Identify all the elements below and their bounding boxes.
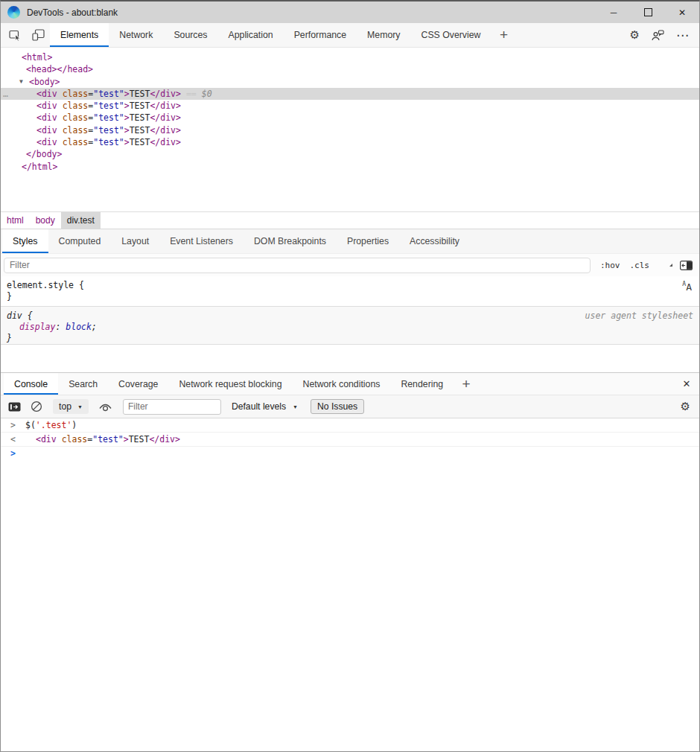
element-style-section[interactable]: element.style { } AA [1, 276, 699, 307]
inspect-element-button[interactable] [4, 23, 27, 47]
styles-tab-dom-breakpoints[interactable]: DOM Breakpoints [244, 229, 337, 253]
tab-application[interactable]: Application [218, 23, 284, 47]
styles-tab-accessibility[interactable]: Accessibility [399, 229, 470, 253]
styles-tab-layout[interactable]: Layout [111, 229, 159, 253]
expand-arrow-icon[interactable]: ▼ [19, 76, 23, 88]
code-token: class [63, 89, 89, 99]
tab-label: Network [119, 30, 153, 40]
breadcrumb-item-html[interactable]: html [1, 212, 30, 229]
breadcrumb-label: div.test [67, 215, 95, 226]
issues-counter-button[interactable]: No Issues [311, 399, 364, 414]
dom-tree-row[interactable]: </html> [1, 161, 699, 173]
drawer-tab-network-conditions[interactable]: Network conditions [293, 373, 391, 395]
computed-sidebar-toggle-button[interactable] [680, 261, 693, 270]
element-style-selector: element.style [7, 280, 74, 290]
dom-tree-row[interactable]: <head></head> [1, 63, 699, 75]
console-prompt-row[interactable]: > [1, 447, 699, 460]
styles-filter-input[interactable] [4, 258, 591, 273]
dom-tree-row[interactable]: ▼<body> [1, 76, 699, 88]
device-toolbar-button[interactable] [27, 23, 50, 47]
code-token: class [62, 434, 88, 444]
log-levels-dropdown[interactable]: Default levels ▼ [232, 401, 298, 412]
dom-tree-row[interactable]: <div class="test">TEST</div> [1, 124, 699, 136]
main-tabs-list: ElementsNetworkSourcesApplicationPerform… [50, 23, 491, 47]
styles-tabs-list: StylesComputedLayoutEvent ListenersDOM B… [2, 229, 470, 253]
user-agent-rule-section[interactable]: div { user agent stylesheet display: blo… [1, 307, 699, 345]
styles-tab-computed[interactable]: Computed [48, 229, 112, 253]
more-options-button[interactable]: ⋯ [676, 28, 690, 43]
css-property-name: display [19, 322, 55, 332]
drawer-tab-network-request-blocking[interactable]: Network request blocking [168, 373, 292, 395]
dom-tree-row[interactable]: <div class="test">TEST</div> [1, 136, 699, 148]
styles-tab-properties[interactable]: Properties [337, 229, 399, 253]
feedback-button[interactable] [652, 30, 664, 41]
dom-tree-row[interactable]: …<div class="test">TEST</div>== $0 [1, 88, 699, 100]
drawer-more-tools-button[interactable]: + [454, 373, 479, 395]
tab-sources[interactable]: Sources [163, 23, 217, 47]
drawer-tab-coverage[interactable]: Coverage [108, 373, 168, 395]
minimize-icon: ─ [611, 7, 617, 18]
drawer-tab-console[interactable]: Console [4, 373, 58, 395]
tabbar-right-icons: ⚙ ⋯ [630, 23, 699, 47]
plus-icon: + [500, 27, 508, 43]
tab-css-overview[interactable]: CSS Overview [411, 23, 491, 47]
tab-network[interactable]: Network [109, 23, 163, 47]
code-token: $( [25, 420, 36, 430]
settings-button[interactable]: ⚙ [630, 28, 640, 42]
colon: : [55, 322, 66, 332]
styles-tab-styles[interactable]: Styles [2, 229, 48, 253]
console-input-row[interactable]: >$('.test') [1, 418, 699, 433]
issues-label: No Issues [317, 401, 357, 412]
tab-performance[interactable]: Performance [284, 23, 357, 47]
ua-rule-header: div { user agent stylesheet [7, 310, 693, 322]
font-editor-button[interactable]: AA [682, 281, 692, 293]
tab-label: CSS Overview [421, 30, 481, 40]
tab-elements[interactable]: Elements [50, 23, 109, 47]
drawer-tab-search[interactable]: Search [58, 373, 108, 395]
plus-icon: + [462, 376, 471, 392]
drawer-tab-rendering[interactable]: Rendering [390, 373, 454, 395]
clear-console-icon [31, 401, 42, 412]
console-sidebar-toggle-button[interactable] [8, 402, 21, 412]
code-token: TEST [130, 101, 150, 111]
code-token: > [124, 89, 130, 99]
dom-tree-row[interactable]: <div class="test">TEST</div> [1, 100, 699, 112]
breadcrumb-item-div-test[interactable]: div.test [61, 212, 101, 229]
console-filter-input[interactable] [123, 399, 221, 415]
console-settings-button[interactable]: ⚙ [681, 400, 699, 413]
devtools-window: DevTools - about:blank ─ ✕ ElementsNetwo… [0, 0, 700, 752]
css-property-value: block [66, 322, 92, 332]
tab-memory[interactable]: Memory [357, 23, 410, 47]
pseudo-state-toggle[interactable]: :hov [600, 261, 620, 270]
javascript-context-selector[interactable]: top ▼ [53, 399, 89, 414]
tab-label: Accessibility [410, 236, 459, 246]
dom-tree-row[interactable]: </body> [1, 148, 699, 160]
element-classes-toggle[interactable]: .cls [630, 261, 650, 270]
minimize-button[interactable]: ─ [596, 1, 631, 23]
tab-label: Styles [13, 236, 38, 246]
css-declaration[interactable]: display: block; [7, 322, 693, 333]
code-token: '.test' [36, 420, 71, 430]
create-live-expression-button[interactable] [98, 402, 112, 412]
code-token: <div [36, 89, 57, 99]
edge-logo-icon [7, 6, 20, 19]
dom-tree-row[interactable]: <html> [1, 51, 699, 63]
drawer-tabs-list: ConsoleSearchCoverageNetwork request blo… [4, 373, 454, 395]
console-result-row[interactable]: <<div class="test">TEST</div> [1, 433, 699, 447]
code-token: </div> [150, 112, 181, 123]
more-tabs-button[interactable]: + [491, 23, 516, 47]
code-token: "test" [93, 89, 124, 99]
console-messages-area[interactable]: >$('.test')<<div class="test">TEST</div>… [1, 418, 699, 751]
styles-tab-event-listeners[interactable]: Event Listeners [159, 229, 244, 253]
tab-label: DOM Breakpoints [254, 236, 326, 246]
clear-console-button[interactable] [31, 401, 42, 412]
console-toolbar: top ▼ Default levels ▼ No Issues ⚙ [1, 395, 699, 418]
dom-tree-row[interactable]: <div class="test">TEST</div> [1, 112, 699, 124]
breadcrumb-label: html [7, 215, 24, 226]
titlebar: DevTools - about:blank ─ ✕ [1, 1, 699, 23]
maximize-button[interactable] [631, 1, 665, 23]
open-brace [74, 280, 79, 290]
close-button[interactable]: ✕ [665, 1, 699, 23]
breadcrumb-item-body[interactable]: body [30, 212, 61, 229]
close-drawer-button[interactable]: ✕ [674, 373, 699, 395]
